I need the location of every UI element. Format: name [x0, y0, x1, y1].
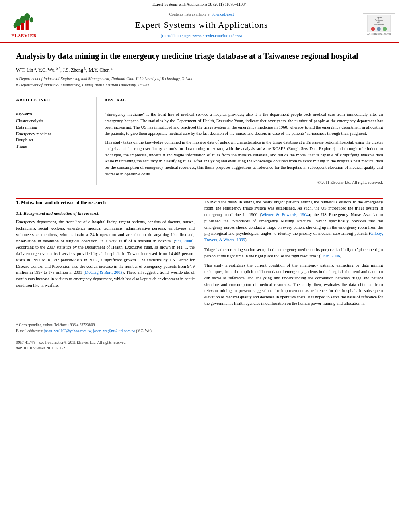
authors-line: W.T. Lin a, Y.C. Wu b,*, J.S. Zheng b, M… — [16, 66, 383, 74]
corresponding-note: * Corresponding author. Tel./fax: +886 4… — [16, 322, 383, 328]
body-left-col: 1. Motivation and objectives of the rese… — [16, 199, 195, 310]
elsevier-logo: ELSEVIER — [4, 12, 44, 39]
body-left-para-1: Emergency department, the front line of … — [16, 219, 195, 288]
svg-text:Applications: Applications — [374, 24, 385, 26]
journal-header: Expert Systems with Applications 38 (201… — [0, 0, 399, 43]
journal-info-bar: Expert Systems with Applications 38 (201… — [152, 2, 247, 6]
abstract-para-2: This study takes on the knowledge contai… — [105, 139, 383, 177]
abstract-section: ABSTRACT “Emergency medicine” is the fro… — [105, 97, 383, 185]
article-info-abstract: ARTICLE INFO Keywords: Cluster analysis … — [16, 97, 383, 185]
body-right-col: To avoid the delay in saving the really … — [204, 199, 383, 310]
elsevier-tree-icon — [12, 12, 36, 32]
journal-main-title: Expert Systems with Applications — [44, 19, 359, 31]
affiliation-a: a Department of Industrial Engineering a… — [16, 76, 383, 82]
svg-point-7 — [30, 17, 33, 23]
keyword-4: Rough set — [16, 137, 90, 143]
journal-homepage: journal homepage: www.elsevier.com/locat… — [44, 33, 359, 39]
email-link-2[interactable]: jason_wu@ms2.url.com.tw — [93, 329, 135, 333]
svg-point-15 — [383, 27, 387, 31]
journal-logo-right: Expert Systems with Applications An Inte… — [359, 13, 395, 37]
ref-mccaig2003[interactable]: McCaig & Burt, 2003 — [85, 270, 122, 275]
body-right-para-1: To avoid the delay in saving the really … — [204, 199, 383, 243]
authors-text: W.T. Lin a, Y.C. Wu b,*, J.S. Zheng b, M… — [16, 67, 113, 73]
keyword-3: Emergency medicine — [16, 131, 90, 137]
svg-text:Expert: Expert — [376, 16, 382, 18]
ref-wiener1964[interactable]: Wiener & Edwards, 1964 — [261, 212, 309, 217]
keyword-1: Cluster analysis — [16, 118, 90, 124]
svg-point-14 — [377, 27, 381, 31]
homepage-url[interactable]: www.elsevier.com/locate/eswa — [192, 33, 242, 38]
body-right-para-2: Triage is the screening station set up i… — [204, 246, 383, 259]
copyright-text: © 2011 Elsevier Ltd. All rights reserved… — [105, 180, 383, 185]
journal-header-top: Expert Systems with Applications 38 (201… — [0, 0, 399, 8]
email-link-1[interactable]: jason_wu1102@yahoo.com.tw — [44, 329, 91, 333]
keyword-2: Data mining — [16, 125, 90, 131]
contents-text: Contents lists available at — [169, 12, 210, 16]
journal-title-center: Contents lists available at ScienceDirec… — [44, 12, 359, 39]
subsection1-heading: 1.1. Background and motivation of the re… — [16, 210, 195, 217]
header-divider — [16, 93, 383, 93]
article-info-label: ARTICLE INFO — [16, 97, 90, 103]
svg-point-5 — [24, 13, 30, 21]
article-info-divider — [16, 107, 90, 107]
elsevier-wordmark: ELSEVIER — [11, 33, 37, 39]
email-label: E-mail addresses: — [16, 329, 43, 333]
health-text: Health — [111, 245, 123, 249]
email-footnote: E-mail addresses: jason_wu1102@yahoo.com… — [16, 329, 383, 334]
body-content: 1. Motivation and objectives of the rese… — [0, 199, 399, 318]
ref-shi2008[interactable]: Shi, 2008 — [175, 239, 192, 243]
elsevier-logo-area: ELSEVIER — [4, 12, 44, 39]
yc-wu-note: (Y.C. Wu). — [136, 329, 152, 333]
svg-point-13 — [371, 27, 375, 31]
affiliation-b: b Department of Industrial Engineering, … — [16, 82, 383, 88]
svg-text:with: with — [377, 21, 381, 23]
abstract-divider — [105, 107, 383, 107]
abstract-para-1: “Emergency medicine” is the front line o… — [105, 111, 383, 137]
article-title: Analysis by data mining in the emergency… — [16, 51, 383, 61]
ref-gilboy1999[interactable]: Gilboy, Travers, & Wuerz, 1999 — [204, 231, 383, 242]
journal-header-main: ELSEVIER Contents lists available at Sci… — [0, 8, 399, 42]
footer-ids: 0957-4174/$ – see front matter © 2011 El… — [0, 339, 399, 355]
expert-systems-logo-icon: Expert Systems with Applications — [367, 15, 391, 33]
ref-chan2006[interactable]: Chan, 2006 — [321, 254, 340, 258]
issn-line: 0957-4174/$ – see front matter © 2011 El… — [16, 340, 383, 345]
svg-text:Systems: Systems — [375, 19, 383, 21]
body-right-para-3: This study investigates the current cond… — [204, 262, 383, 306]
journal-logo-box: Expert Systems with Applications An Inte… — [363, 13, 395, 37]
article-info-section: ARTICLE INFO Keywords: Cluster analysis … — [16, 97, 97, 185]
section1-heading: 1. Motivation and objectives of the rese… — [16, 199, 195, 206]
affiliations: a Department of Industrial Engineering a… — [16, 76, 383, 88]
article-content: Analysis by data mining in the emergency… — [0, 43, 399, 198]
keywords-label: Keywords: — [16, 111, 90, 117]
abstract-label: ABSTRACT — [105, 97, 383, 103]
svg-rect-2 — [26, 19, 29, 30]
abstract-text: “Emergency medicine” is the front line o… — [105, 111, 383, 177]
svg-point-6 — [14, 23, 17, 28]
sciencedirect-link[interactable]: ScienceDirect — [211, 12, 234, 16]
footnote-area: * Corresponding author. Tel./fax: +886 4… — [0, 322, 399, 339]
doi-line: doi:10.1016/j.eswa.2011.02.152 — [16, 346, 383, 351]
keyword-5: Triage — [16, 144, 90, 150]
